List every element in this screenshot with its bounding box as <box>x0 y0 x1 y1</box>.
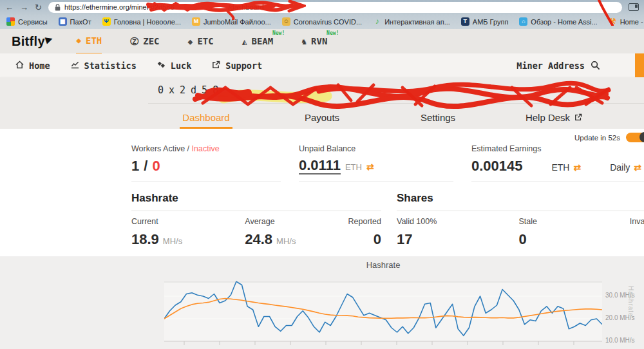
send-to-device-icon[interactable] <box>629 3 639 11</box>
value-unit: MH/s <box>276 236 296 246</box>
y-axis-tick-label: 10.0 MH/s <box>605 337 635 344</box>
hashrate-chart[interactable] <box>164 272 602 349</box>
beam-coin-icon: ◭ <box>242 37 247 46</box>
bookmark-label: ПахОт <box>70 18 91 26</box>
value-number: 17 <box>397 231 412 248</box>
bitfly-logo[interactable]: Bitfly ▶ <box>12 34 53 49</box>
unpaid-label: Unpaid Balance <box>299 144 453 153</box>
nav-item-luck[interactable]: Luck <box>157 61 192 71</box>
column-label: Stale <box>519 217 630 226</box>
workers-separator: / <box>144 158 147 174</box>
forward-icon[interactable]: → <box>20 3 28 12</box>
tab-settings[interactable]: Settings <box>380 104 496 129</box>
coin-bar: Bitfly ▶ ◆ETHⓏZEC◆ETC◭BEAMNew!♞RVNNew! <box>0 29 644 53</box>
tab-inner: Dashboard <box>180 112 232 129</box>
estimated-unit-group[interactable]: ETH ⇄ <box>551 162 581 173</box>
update-countdown: Update in 52s <box>574 134 620 142</box>
bookmark-item[interactable]: ☺Coronavirus COVID... <box>282 17 362 26</box>
coin-tab-beam[interactable]: ◭BEAMNew! <box>242 29 274 53</box>
tab-payouts[interactable]: Payouts <box>264 104 380 129</box>
tab-label: Payouts <box>305 112 339 123</box>
bookmark-item[interactable]: MJumboMail Файлоо... <box>192 17 271 26</box>
hashrate-chart-section: Hashrate 10.0 MH/s20.0 MH/s30.0 MH/s Has… <box>0 256 644 349</box>
bookmark-item[interactable]: Сервисы <box>6 17 48 26</box>
hashrate-col-average: Average24.8MH/s <box>245 217 348 248</box>
hashrate-columns: Current18.9MH/sAverage24.8MH/sReported0 <box>131 217 381 248</box>
column-value: 17 <box>397 231 519 248</box>
workers-inactive-count: 0 <box>152 158 160 174</box>
external-link-icon <box>574 112 582 123</box>
column-label: Invalid <box>630 217 644 226</box>
nav-item-label: Support <box>225 61 262 71</box>
coin-label: ZEC <box>143 36 159 46</box>
miner-address-search[interactable]: Miner Address <box>516 61 600 71</box>
column-label: Average <box>245 217 348 226</box>
bookmark-label: Home - Ethermine... <box>620 18 644 26</box>
swap-icon[interactable]: ⇄ <box>634 162 641 173</box>
miner-address[interactable]: 0x2d58 <box>158 84 223 96</box>
column-value: 24.8MH/s <box>245 231 348 248</box>
column-label: Valid 100% <box>397 217 519 226</box>
bookmark-item[interactable]: ⌂Обзор - Home Assi... <box>519 17 597 26</box>
column-value: 0 <box>630 231 644 248</box>
unpaid-value[interactable]: 0.0111 <box>299 158 341 174</box>
tab-label: Help Desk <box>526 112 570 123</box>
reload-icon[interactable]: ↻ <box>35 3 42 12</box>
estimated-period-group[interactable]: Daily ⇄ <box>610 162 641 173</box>
tab-help-desk[interactable]: Help Desk <box>496 104 612 129</box>
mail-favicon-icon: M <box>192 17 200 26</box>
address-bar[interactable]: https://ethermine.org/miners/2d586 /dash… <box>48 2 622 13</box>
auto-update-toggle[interactable] <box>626 133 644 142</box>
bookmark-label: Сервисы <box>18 18 48 26</box>
shares-col-valid: Valid 100%17 <box>397 217 519 248</box>
bookmark-item[interactable]: ΨГоловна | Новооле... <box>102 17 181 26</box>
bookmark-item[interactable]: ▦ПахОт <box>59 17 91 26</box>
building-favicon-icon: Т <box>461 17 469 26</box>
hashrate-col-current: Current18.9MH/s <box>131 217 245 248</box>
music-favicon-icon: ♪ <box>373 17 381 26</box>
miner-address-row: 0x2d58 <box>0 77 644 103</box>
toggle-knob <box>639 132 644 142</box>
coin-label: ETH <box>86 35 102 46</box>
zec-coin-icon: Ⓩ <box>130 37 138 46</box>
shares-section: Shares Valid 100%17Stale0Invalid0 <box>397 192 644 248</box>
swap-icon[interactable]: ⇄ <box>573 162 581 173</box>
bitfly-wing-icon: ▶ <box>44 33 53 44</box>
coin-tab-etc[interactable]: ◆ETC <box>188 29 214 53</box>
hashrate-section-title: Hashrate <box>131 192 381 211</box>
bookmark-item[interactable]: ♪Интерактивная ап... <box>373 17 450 26</box>
back-icon[interactable]: ← <box>5 3 14 12</box>
coin-tab-rvn[interactable]: ♞RVNNew! <box>301 29 327 53</box>
sections-row: Hashrate Current18.9MH/sAverage24.8MH/sR… <box>131 192 644 248</box>
main-nav: HomeStatisticsLuckSupport Miner Address <box>0 53 644 77</box>
workers-active-label: Workers Active / <box>131 144 192 153</box>
home-icon <box>15 61 24 71</box>
new-badge: New! <box>327 30 339 36</box>
bookmark-item[interactable]: ⚒Home - Ethermine... <box>609 17 644 26</box>
nav-item-home[interactable]: Home <box>15 61 50 71</box>
coin-tab-eth[interactable]: ◆ETH <box>76 28 102 55</box>
value-number: 24.8 <box>245 231 272 248</box>
column-value: 0 <box>519 231 630 248</box>
dashboard-tabs: DashboardPayoutsSettingsHelp Desk <box>148 104 612 129</box>
workers-value: 1 / 0 <box>131 158 281 174</box>
orange-edge-strip <box>635 53 644 77</box>
nav-item-statistics[interactable]: Statistics <box>71 61 137 71</box>
nav-item-support[interactable]: Support <box>212 61 262 71</box>
coin-tab-zec[interactable]: ⓏZEC <box>130 29 159 53</box>
tab-inner: Help Desk <box>523 112 585 129</box>
swap-icon[interactable]: ⇄ <box>366 162 374 172</box>
rvn-coin-icon: ♞ <box>301 37 307 46</box>
search-icon[interactable] <box>591 61 600 70</box>
bookmark-label: Интерактивная ап... <box>384 18 450 26</box>
value-number: 0 <box>519 231 527 248</box>
bookmark-item[interactable]: ТАМБ Групп <box>461 17 509 26</box>
tab-label: Dashboard <box>182 112 229 123</box>
value-unit: MH/s <box>163 236 182 246</box>
column-label: Current <box>131 217 245 226</box>
url-text-suffix: /dashboard <box>229 3 264 11</box>
tab-inner: Payouts <box>302 112 342 129</box>
hammers-favicon-icon: ⚒ <box>609 17 617 26</box>
tab-dashboard[interactable]: Dashboard <box>148 104 264 129</box>
shares-col-stale: Stale0 <box>519 217 630 248</box>
